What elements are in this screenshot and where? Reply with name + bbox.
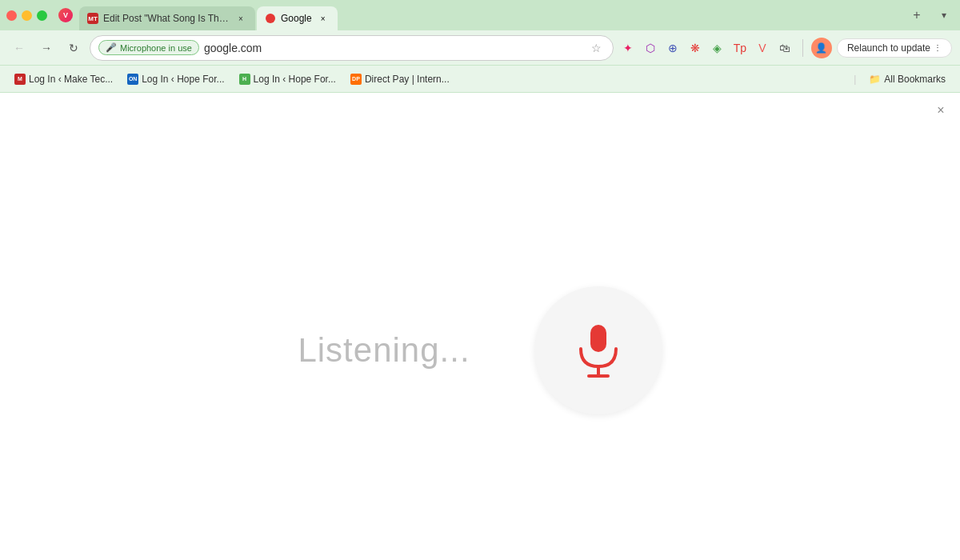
bookmark-label-bm-2: Log In ‹ Hope For... <box>142 74 224 85</box>
bookmark-label-bm-1: Log In ‹ Make Tec... <box>29 74 113 85</box>
extensions-area: ✦⬡⊕❋◈TpV🛍 <box>618 38 794 58</box>
extension-icon-ext-4[interactable]: ❋ <box>686 38 705 58</box>
bookmarks-divider: | <box>854 74 856 85</box>
all-bookmarks-button[interactable]: 📁 All Bookmarks <box>862 70 952 88</box>
bookmark-label-bm-3: Log In ‹ Hope For... <box>254 74 336 85</box>
bookmark-bm-1[interactable]: MLog In ‹ Make Tec... <box>8 70 119 88</box>
tab-title-tab-2: Google <box>281 13 312 24</box>
tab-close-tab-2[interactable]: × <box>317 12 330 25</box>
tab-favicon-tab-2 <box>265 13 276 24</box>
listening-text: Listening... <box>298 331 470 370</box>
bookmark-star-button[interactable]: ☆ <box>589 40 605 56</box>
bookmark-bm-4[interactable]: DPDirect Pay | Intern... <box>344 70 456 88</box>
bookmark-label-bm-4: Direct Pay | Intern... <box>365 74 450 85</box>
back-button[interactable]: ← <box>8 37 30 59</box>
tab-close-tab-1[interactable]: × <box>234 12 247 25</box>
microphone-circle[interactable] <box>534 286 662 414</box>
address-bar[interactable]: 🎤 Microphone in use google.com ☆ <box>90 35 614 61</box>
nav-divider <box>802 39 803 57</box>
tab-strip-end: ▾ <box>934 6 954 25</box>
mic-indicator: 🎤 Microphone in use <box>98 40 199 55</box>
relaunch-menu-icon: ⋮ <box>934 43 942 52</box>
microphone-icon <box>566 318 630 382</box>
extension-icon-ext-2[interactable]: ⬡ <box>641 38 660 58</box>
extension-icon-ext-3[interactable]: ⊕ <box>663 38 682 58</box>
tab-favicon-tab-1: MT <box>87 13 98 24</box>
maximize-window-button[interactable] <box>37 10 47 21</box>
profile-avatar[interactable]: 👤 <box>811 38 832 58</box>
bookmark-favicon-bm-2: ON <box>127 74 138 85</box>
tab-tab-2[interactable]: Google× <box>257 6 338 30</box>
relaunch-button[interactable]: Relaunch to update ⋮ <box>837 38 952 58</box>
bookmarks-end: | 📁 All Bookmarks <box>854 70 952 88</box>
svg-rect-0 <box>590 325 606 352</box>
bookmark-favicon-bm-4: DP <box>350 74 362 85</box>
close-voice-search-button[interactable]: × <box>931 101 950 120</box>
tab-list-button[interactable]: ▾ <box>934 6 954 25</box>
vivaldi-logo: V <box>58 8 73 22</box>
close-window-button[interactable] <box>6 10 17 21</box>
extension-icon-ext-1[interactable]: ✦ <box>618 38 638 58</box>
extension-icon-ext-8[interactable]: 🛍 <box>775 38 794 58</box>
new-tab-button[interactable]: + <box>906 4 928 26</box>
relaunch-label: Relaunch to update <box>847 42 930 54</box>
all-bookmarks-label: All Bookmarks <box>884 74 946 85</box>
recording-indicator <box>266 14 275 23</box>
tab-title-tab-1: Edit Post "What Song Is This... <box>103 13 230 24</box>
bookmark-bm-3[interactable]: HLog In ‹ Hope For... <box>233 70 342 88</box>
url-text: google.com <box>204 42 584 54</box>
bookmark-favicon-bm-1: M <box>14 74 26 85</box>
tab-strip: MTEdit Post "What Song Is This...×Google… <box>79 0 899 30</box>
tab-tab-1[interactable]: MTEdit Post "What Song Is This...× <box>79 6 255 30</box>
extension-icon-ext-6[interactable]: Tp <box>730 38 750 58</box>
forward-button[interactable]: → <box>35 37 58 59</box>
voice-search-panel: Listening... <box>298 286 662 414</box>
navigation-bar: ← → ↻ 🎤 Microphone in use google.com ☆ ✦… <box>0 30 960 66</box>
bookmark-favicon-bm-3: H <box>239 74 250 85</box>
title-bar: V MTEdit Post "What Song Is This...×Goog… <box>0 0 960 30</box>
window-controls <box>6 10 47 21</box>
bookmarks-folder-icon: 📁 <box>869 74 881 85</box>
minimize-window-button[interactable] <box>22 10 32 21</box>
bookmark-bm-2[interactable]: ONLog In ‹ Hope For... <box>121 70 230 88</box>
extension-icon-ext-5[interactable]: ◈ <box>708 38 727 58</box>
mic-icon: 🎤 <box>106 42 117 53</box>
extension-icon-ext-7[interactable]: V <box>753 38 772 58</box>
content-area: × Listening... <box>0 93 960 560</box>
mic-indicator-label: Microphone in use <box>120 43 192 53</box>
reload-button[interactable]: ↻ <box>62 37 85 59</box>
bookmarks-bar: MLog In ‹ Make Tec...ONLog In ‹ Hope For… <box>0 66 960 93</box>
